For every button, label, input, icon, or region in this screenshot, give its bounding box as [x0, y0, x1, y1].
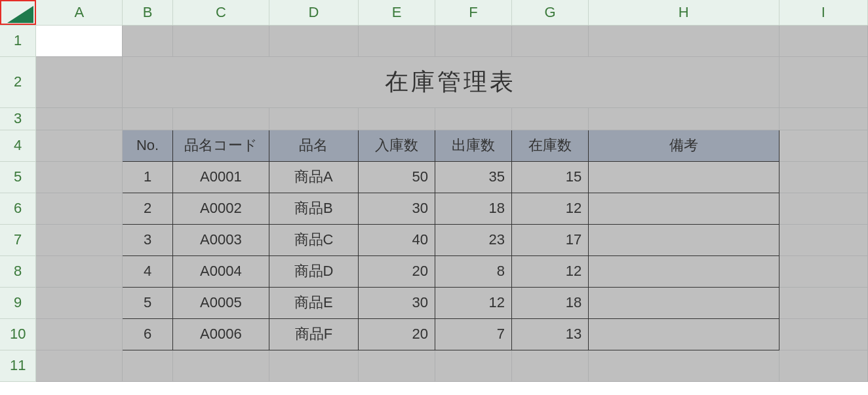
cell-A1[interactable]	[36, 25, 123, 56]
cell-I8[interactable]	[779, 255, 868, 287]
tbl-header-note[interactable]: 備考	[589, 130, 779, 161]
cell-B11[interactable]	[123, 350, 173, 381]
tbl-cell-note[interactable]	[589, 318, 779, 350]
cell-I9[interactable]	[779, 287, 868, 318]
row-header-9[interactable]: 9	[0, 287, 36, 318]
cell-I6[interactable]	[779, 193, 868, 224]
tbl-cell-note[interactable]	[589, 193, 779, 224]
col-header-E[interactable]: E	[358, 0, 435, 25]
cell-A4[interactable]	[36, 130, 123, 161]
cell-I3[interactable]	[779, 107, 868, 130]
tbl-cell-out[interactable]: 23	[435, 224, 512, 255]
cell-H1[interactable]	[589, 25, 779, 56]
row-header-11[interactable]: 11	[0, 350, 36, 381]
tbl-cell-out[interactable]: 8	[435, 255, 512, 287]
tbl-cell-no[interactable]: 3	[123, 224, 173, 255]
col-header-C[interactable]: C	[172, 0, 269, 25]
tbl-cell-in[interactable]: 20	[358, 318, 435, 350]
cell-C11[interactable]	[172, 350, 269, 381]
cell-A6[interactable]	[36, 193, 123, 224]
row-header-8[interactable]: 8	[0, 255, 36, 287]
cell-F1[interactable]	[435, 25, 512, 56]
cell-A5[interactable]	[36, 161, 123, 193]
col-header-B[interactable]: B	[123, 0, 173, 25]
row-header-1[interactable]: 1	[0, 25, 36, 56]
row-header-10[interactable]: 10	[0, 318, 36, 350]
cell-F3[interactable]	[435, 107, 512, 130]
tbl-cell-out[interactable]: 18	[435, 193, 512, 224]
tbl-cell-code[interactable]: A0005	[172, 287, 269, 318]
tbl-header-in[interactable]: 入庫数	[358, 130, 435, 161]
cell-I11[interactable]	[779, 350, 868, 381]
tbl-cell-no[interactable]: 1	[123, 161, 173, 193]
cell-D1[interactable]	[269, 25, 358, 56]
cell-B3[interactable]	[123, 107, 173, 130]
tbl-cell-no[interactable]: 4	[123, 255, 173, 287]
cell-A10[interactable]	[36, 318, 123, 350]
spreadsheet[interactable]: A B C D E F G H I 1 2 在庫管理表 3	[0, 0, 868, 382]
tbl-cell-out[interactable]: 7	[435, 318, 512, 350]
cell-G11[interactable]	[512, 350, 589, 381]
tbl-cell-stock[interactable]: 15	[512, 161, 589, 193]
tbl-cell-no[interactable]: 5	[123, 287, 173, 318]
cell-D3[interactable]	[269, 107, 358, 130]
tbl-cell-in[interactable]: 40	[358, 224, 435, 255]
cell-A3[interactable]	[36, 107, 123, 130]
tbl-cell-out[interactable]: 12	[435, 287, 512, 318]
tbl-cell-stock[interactable]: 17	[512, 224, 589, 255]
cell-C3[interactable]	[172, 107, 269, 130]
cell-G3[interactable]	[512, 107, 589, 130]
cell-A7[interactable]	[36, 224, 123, 255]
tbl-cell-in[interactable]: 30	[358, 287, 435, 318]
row-header-5[interactable]: 5	[0, 161, 36, 193]
cell-B1[interactable]	[123, 25, 173, 56]
tbl-header-stock[interactable]: 在庫数	[512, 130, 589, 161]
col-header-A[interactable]: A	[36, 0, 123, 25]
cell-F11[interactable]	[435, 350, 512, 381]
tbl-cell-note[interactable]	[589, 255, 779, 287]
cell-E11[interactable]	[358, 350, 435, 381]
tbl-cell-stock[interactable]: 13	[512, 318, 589, 350]
tbl-cell-in[interactable]: 30	[358, 193, 435, 224]
col-header-F[interactable]: F	[435, 0, 512, 25]
tbl-header-name[interactable]: 品名	[269, 130, 358, 161]
row-header-4[interactable]: 4	[0, 130, 36, 161]
tbl-cell-in[interactable]: 20	[358, 255, 435, 287]
cell-I4[interactable]	[779, 130, 868, 161]
col-header-H[interactable]: H	[589, 0, 779, 25]
tbl-cell-stock[interactable]: 12	[512, 255, 589, 287]
tbl-cell-out[interactable]: 35	[435, 161, 512, 193]
cell-H11[interactable]	[589, 350, 779, 381]
row-header-3[interactable]: 3	[0, 107, 36, 130]
tbl-header-code[interactable]: 品名コード	[172, 130, 269, 161]
title-cell[interactable]: 在庫管理表	[123, 56, 779, 107]
cell-E3[interactable]	[358, 107, 435, 130]
cell-H3[interactable]	[589, 107, 779, 130]
cell-A11[interactable]	[36, 350, 123, 381]
cell-A2[interactable]	[36, 56, 123, 107]
tbl-cell-no[interactable]: 6	[123, 318, 173, 350]
tbl-header-out[interactable]: 出庫数	[435, 130, 512, 161]
row-header-2[interactable]: 2	[0, 56, 36, 107]
tbl-header-no[interactable]: No.	[123, 130, 173, 161]
cell-I1[interactable]	[779, 25, 868, 56]
cell-I5[interactable]	[779, 161, 868, 193]
cell-G1[interactable]	[512, 25, 589, 56]
tbl-cell-note[interactable]	[589, 287, 779, 318]
cell-A9[interactable]	[36, 287, 123, 318]
col-header-D[interactable]: D	[269, 0, 358, 25]
tbl-cell-code[interactable]: A0006	[172, 318, 269, 350]
tbl-cell-note[interactable]	[589, 161, 779, 193]
tbl-cell-stock[interactable]: 18	[512, 287, 589, 318]
row-header-6[interactable]: 6	[0, 193, 36, 224]
cell-I10[interactable]	[779, 318, 868, 350]
tbl-cell-name[interactable]: 商品F	[269, 318, 358, 350]
tbl-cell-code[interactable]: A0002	[172, 193, 269, 224]
cell-I7[interactable]	[779, 224, 868, 255]
tbl-cell-code[interactable]: A0003	[172, 224, 269, 255]
tbl-cell-no[interactable]: 2	[123, 193, 173, 224]
cell-A8[interactable]	[36, 255, 123, 287]
tbl-cell-name[interactable]: 商品A	[269, 161, 358, 193]
cell-D11[interactable]	[269, 350, 358, 381]
tbl-cell-name[interactable]: 商品D	[269, 255, 358, 287]
